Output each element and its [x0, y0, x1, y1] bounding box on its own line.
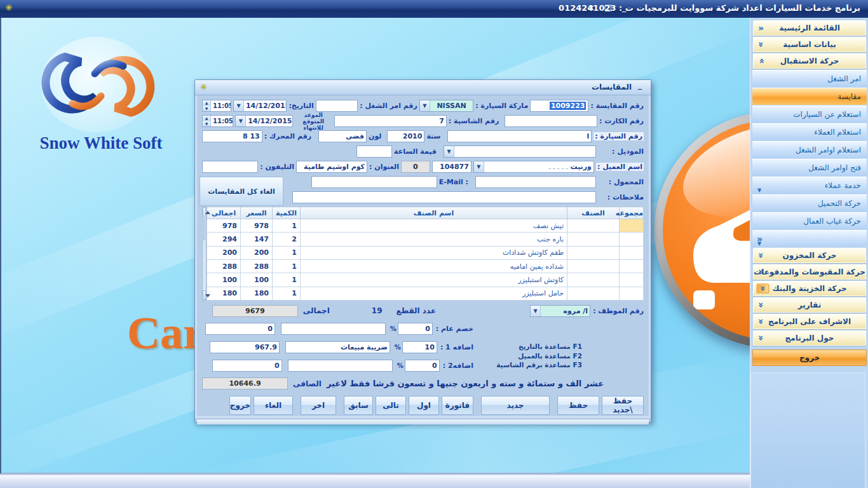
time-spinner[interactable]: ▲▼ [203, 116, 211, 126]
cell-item[interactable] [567, 246, 620, 259]
cell-qty[interactable]: 1 [273, 259, 301, 273]
table-row[interactable]: باره جنب 2 147 294 [207, 233, 644, 246]
cell-item-name[interactable]: طقم كاوتش شدادات [301, 246, 567, 259]
table-row[interactable]: تيش نصف 1 978 978 [207, 219, 644, 233]
sidebar-item[interactable]: ▼ استعلام العملاء [752, 123, 867, 140]
dropdown-arrow-icon[interactable]: ▼ [234, 100, 244, 111]
table-row[interactable]: طقم كاوتش شدادات 1 200 200 [207, 246, 644, 259]
notes-field[interactable] [292, 191, 596, 203]
col-total[interactable]: اجمالى [207, 207, 241, 219]
add2-amount-field[interactable]: 0 [212, 360, 282, 372]
cell-group[interactable] [620, 219, 644, 233]
cell-price[interactable]: 100 [241, 273, 273, 287]
sidebar-item[interactable]: ▼ حركة المقبوضات والمدفوعات [753, 264, 866, 280]
sidebar-item[interactable]: ▼ الاشراف على البرنامج [753, 314, 866, 329]
color-field[interactable]: فضى [318, 130, 367, 142]
col-item[interactable]: الصنف [567, 207, 620, 219]
quote-no-field[interactable]: 1009223 [530, 100, 588, 112]
expected-time-picker[interactable]: 11:05 A ▲▼ [202, 115, 233, 127]
cell-price[interactable]: 978 [241, 219, 273, 233]
work-order-no-field[interactable] [316, 100, 358, 112]
cell-item-name[interactable]: حامل استبليزر [301, 287, 567, 300]
dropdown-arrow-icon[interactable]: ▼ [420, 100, 430, 111]
table-scrollbar[interactable] [202, 207, 207, 301]
cell-qty[interactable]: 2 [273, 233, 301, 246]
cell-qty[interactable]: 1 [273, 273, 301, 287]
cell-price[interactable]: 147 [241, 233, 273, 246]
cell-group[interactable] [620, 233, 644, 246]
car-brand-combo[interactable]: NISSAN ▼ [419, 100, 473, 112]
sidebar-item[interactable]: ▼ خدمة عملاء [752, 177, 867, 194]
cell-item[interactable] [567, 219, 620, 233]
client-name-combo[interactable]: ورنيت ـ ـ ـ ـ ـ ▼ [473, 161, 594, 173]
add1-amount-field[interactable]: 967.9 [210, 341, 280, 353]
dialog-button[interactable]: تالى [376, 396, 406, 415]
dialog-button[interactable]: اول [409, 396, 439, 415]
cell-item[interactable] [567, 233, 620, 246]
sidebar-item[interactable]: ▼ حركة الخزينة والبنك [753, 281, 866, 296]
discount-amount-field[interactable]: 0 [205, 323, 275, 335]
dialog-button[interactable]: خروج [229, 396, 251, 415]
sidebar-item[interactable]: ▼ تقارير [753, 297, 866, 313]
cell-qty[interactable]: 1 [273, 219, 301, 233]
sidebar-item[interactable]: ▼ القائمة الرئيسية [753, 20, 866, 36]
cancel-all-quotes-button[interactable]: الغاء كل المقايسات [200, 177, 283, 206]
dialog-minimize-button[interactable]: _ [638, 81, 642, 90]
sidebar-item[interactable]: ▼ فتح اوامر الشغل [752, 159, 867, 176]
sidebar-item[interactable]: ▼ [752, 230, 867, 247]
phone-field[interactable] [202, 161, 258, 173]
sidebar-item[interactable]: ▼ خروج [752, 349, 867, 366]
table-row[interactable]: حامل استبليزر 1 180 180 [207, 287, 644, 300]
card-no-field[interactable] [505, 115, 597, 127]
cell-item[interactable] [567, 273, 620, 287]
cell-item-name[interactable]: شداده يمين اماميه [301, 259, 567, 273]
scroll-up-icon[interactable] [203, 207, 206, 217]
add1-pct-field[interactable]: 10 [402, 341, 437, 353]
col-qty[interactable]: الكمية [273, 207, 301, 219]
sidebar-item[interactable]: ▼ استعلام اوامر الشغل [752, 141, 867, 158]
dropdown-arrow-icon[interactable]: ▼ [474, 161, 484, 172]
engine-no-field[interactable]: 8 13 [202, 130, 262, 142]
address-field[interactable]: كوم اوشيم طامية [296, 161, 367, 173]
time-spinner[interactable]: ▲▼ [203, 100, 211, 111]
client-code-field[interactable]: 104877 [432, 161, 471, 173]
model-combo[interactable]: ▼ [444, 146, 596, 158]
cell-item[interactable] [567, 287, 620, 300]
scroll-down-icon[interactable] [203, 290, 206, 300]
sidebar-item[interactable]: ▼ حول البرنامج [753, 330, 866, 346]
add1-name-field[interactable]: ضريبة مبيعات [285, 341, 390, 353]
dropdown-arrow-icon[interactable]: ▼ [531, 306, 541, 316]
dialog-button[interactable]: سابق [344, 396, 373, 415]
dialog-button[interactable]: حفظ \جديد [602, 396, 644, 415]
sidebar-item[interactable]: ▼ امر الشغل [752, 70, 867, 87]
sidebar-item[interactable]: ▼ مقايسة [752, 88, 867, 105]
sidebar-item[interactable]: ▼ حركة الاستقبال [753, 53, 866, 69]
cell-item-name[interactable]: تيش نصف [301, 219, 567, 233]
dropdown-arrow-icon[interactable]: ▼ [444, 146, 454, 157]
sidebar-item[interactable]: ▼ حركة التحميل [752, 194, 867, 212]
email-field[interactable] [311, 176, 437, 188]
sidebar-item[interactable]: ▼ بيانات اساسية [753, 37, 866, 52]
mobile-field[interactable] [475, 176, 596, 188]
col-item-name[interactable]: اسم الصنف [301, 207, 567, 219]
table-row[interactable]: شداده يمين اماميه 1 288 288 [207, 259, 644, 273]
scroll-thumb[interactable] [203, 217, 205, 240]
chassis-no-field[interactable]: 7 [334, 115, 447, 127]
dialog-button[interactable]: حفظ [557, 396, 599, 415]
discount-pct-field[interactable]: 0 [398, 323, 433, 335]
hour-value-field[interactable] [356, 146, 392, 158]
car-no-field[interactable]: ا [447, 130, 592, 142]
cell-price[interactable]: 288 [241, 259, 273, 273]
sidebar-item[interactable]: ▼ حركة المخزون [753, 248, 866, 263]
dialog-titlebar[interactable]: المقايسات _ x ✳ [195, 80, 651, 95]
cell-price[interactable]: 180 [241, 287, 273, 300]
cell-group[interactable] [620, 287, 644, 300]
add2-pct-field[interactable]: 0 [405, 360, 440, 372]
dialog-button[interactable]: جديد [481, 396, 550, 415]
cell-total[interactable]: 288 [207, 259, 241, 273]
cell-total[interactable]: 978 [207, 219, 241, 233]
col-price[interactable]: السعر [241, 207, 273, 219]
dropdown-arrow-icon[interactable]: ▼ [236, 116, 246, 126]
employee-combo[interactable]: ا/ مروه ▼ [530, 305, 590, 317]
expected-date-picker[interactable]: 14/12/2015 ▼ [235, 115, 293, 127]
